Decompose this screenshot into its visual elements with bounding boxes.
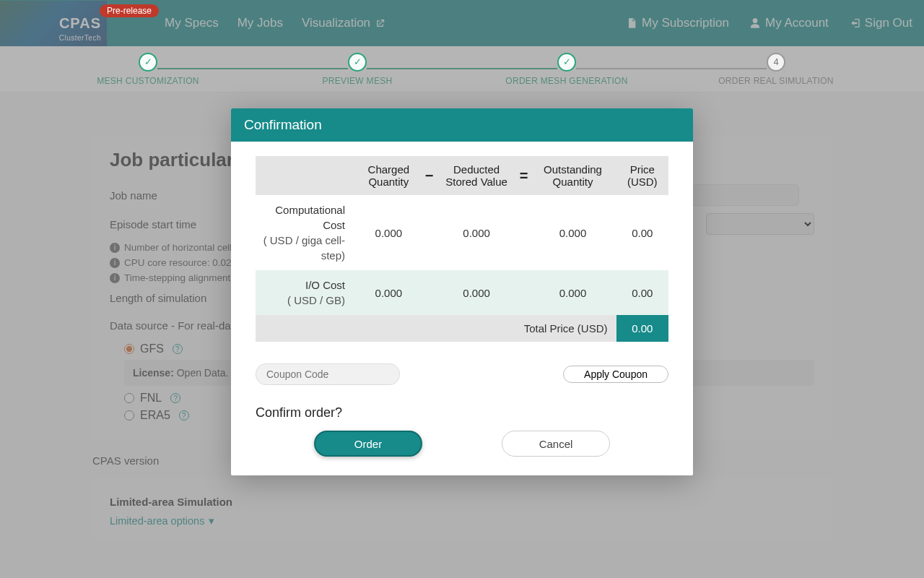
row-comp-name: Computational Cost xyxy=(275,204,345,231)
th-empty xyxy=(256,156,354,195)
comp-outstanding: 0.000 xyxy=(529,195,616,270)
modal-title: Confirmation xyxy=(231,108,693,142)
row-comp-unit: ( USD / giga cell-step) xyxy=(261,233,345,263)
modal-body: Charged Quantity − Deducted Stored Value… xyxy=(231,142,693,475)
th-outstanding: Outstanding Quantity xyxy=(529,156,616,195)
modal-buttons: Order Cancel xyxy=(256,431,668,457)
apply-coupon-button[interactable]: Apply Coupon xyxy=(563,366,668,383)
io-charged: 0.000 xyxy=(354,270,424,315)
coupon-row: Apply Coupon xyxy=(256,363,668,385)
confirm-question: Confirm order? xyxy=(256,405,668,420)
step-number: 4 xyxy=(767,53,785,72)
comp-charged: 0.000 xyxy=(354,195,424,270)
row-io-name: I/O Cost xyxy=(305,279,345,291)
coupon-input[interactable] xyxy=(256,363,400,385)
total-label: Total Price (USD) xyxy=(256,315,616,342)
price-table: Charged Quantity − Deducted Stored Value… xyxy=(256,156,668,342)
th-charged: Charged Quantity xyxy=(354,156,424,195)
th-price: Price (USD) xyxy=(616,156,669,195)
row-io-unit: ( USD / GB) xyxy=(261,293,345,308)
prerelease-badge: Pre-release xyxy=(100,4,159,17)
row-computational-cost: Computational Cost ( USD / giga cell-ste… xyxy=(256,195,668,270)
total-value: 0.00 xyxy=(616,315,669,342)
th-deducted: Deducted Stored Value xyxy=(435,156,518,195)
modal-overlay[interactable]: Confirmation Charged Quantity − Deducted… xyxy=(0,0,924,578)
confirmation-modal: Confirmation Charged Quantity − Deducted… xyxy=(231,108,693,475)
cancel-button[interactable]: Cancel xyxy=(502,431,610,457)
comp-deducted: 0.000 xyxy=(435,195,518,270)
row-total: Total Price (USD) 0.00 xyxy=(256,315,668,342)
check-icon: ✓ xyxy=(139,53,157,72)
io-deducted: 0.000 xyxy=(435,270,518,315)
io-outstanding: 0.000 xyxy=(529,270,616,315)
minus-icon: − xyxy=(424,156,435,195)
io-price: 0.00 xyxy=(616,270,669,315)
equals-icon: = xyxy=(518,156,529,195)
row-io-cost: I/O Cost ( USD / GB) 0.000 0.000 0.000 0… xyxy=(256,270,668,315)
order-button[interactable]: Order xyxy=(314,431,422,457)
check-icon: ✓ xyxy=(557,53,576,72)
comp-price: 0.00 xyxy=(616,195,669,270)
check-icon: ✓ xyxy=(348,53,367,72)
